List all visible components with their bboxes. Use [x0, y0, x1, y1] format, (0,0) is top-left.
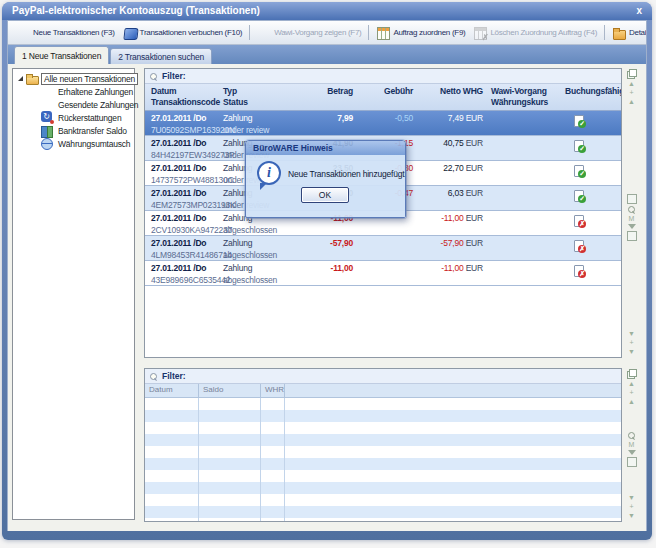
- cell-netto: 22,70 EUR: [415, 163, 483, 173]
- transaction-type: Zahlung: [223, 238, 297, 248]
- saldo-cell: [199, 482, 261, 494]
- search-icon[interactable]: [628, 432, 635, 439]
- header-line1: Netto WHG: [415, 86, 483, 97]
- match-icon[interactable]: M: [629, 215, 635, 222]
- tree-item-label: Währungsumtausch: [56, 139, 132, 149]
- cell-datum: 27.01.2011 /Do2CV10930KA9472237: [151, 213, 223, 235]
- saldo-cell: [145, 446, 199, 458]
- column-header-3: Betrag: [295, 86, 353, 97]
- expand-arrow-icon: [18, 76, 23, 81]
- saldo-cell: [145, 422, 199, 434]
- content-area: Alle neuen TransaktionenErhaltene Zahlun…: [8, 64, 646, 531]
- saldo-cell: [285, 494, 621, 506]
- saldo-cell: [199, 518, 261, 522]
- tab-1[interactable]: 1 Neue Transaktionen: [14, 46, 109, 64]
- scroll-up-icon[interactable]: ▲: [628, 398, 635, 405]
- tree-item-label: Erhaltene Zahlungen: [56, 87, 135, 97]
- close-button[interactable]: x: [636, 2, 642, 19]
- saldo-row[interactable]: [145, 446, 621, 458]
- scroll-top-icon[interactable]: ▲: [628, 80, 635, 87]
- match-icon[interactable]: M: [629, 441, 635, 448]
- saldo-row[interactable]: [145, 410, 621, 422]
- saldo-row[interactable]: [145, 458, 621, 470]
- copy-pages-icon[interactable]: [627, 369, 636, 378]
- saldo-row[interactable]: [145, 422, 621, 434]
- column-header-7: Buchungsfähig: [565, 86, 621, 97]
- transaction-row[interactable]: 27.01.2011 /Do7U05092SMP163920NZahlungun…: [145, 111, 621, 136]
- scroll-up-icon[interactable]: ▲: [628, 98, 635, 105]
- copy-pages-icon[interactable]: [627, 69, 636, 78]
- saldo-row[interactable]: [145, 434, 621, 446]
- toolbar-button-6[interactable]: Details: [608, 23, 647, 43]
- export-icon[interactable]: [627, 457, 637, 467]
- fee-value: -0,50: [395, 113, 413, 123]
- transaction-date: 27.01.2011 /Do: [151, 213, 223, 223]
- saldo-cell: [261, 398, 285, 410]
- sidebar-item-6[interactable]: Währungsumtausch: [13, 137, 134, 150]
- saldo-row[interactable]: [145, 470, 621, 482]
- cell-datum: 27.01.2011 /Do4LM98453R41486714: [151, 238, 223, 260]
- saldo-filter-bar[interactable]: Filter:: [145, 369, 621, 384]
- transactions-grid-header: DatumTransaktionscodeTypStatusBetragGebü…: [145, 84, 621, 111]
- saldo-cell: [199, 410, 261, 422]
- toolbar-button-4[interactable]: Auftrag zuordnen (F9): [372, 23, 469, 43]
- transaction-date: 27.01.2011 /Do: [151, 238, 223, 248]
- saldo-row[interactable]: [145, 482, 621, 494]
- scroll-bottom-icon[interactable]: ▼: [628, 512, 635, 519]
- currency-label: EUR: [463, 263, 483, 273]
- scroll-bottom-icon[interactable]: ▼: [628, 348, 635, 355]
- transactions-filter-bar[interactable]: Filter:: [145, 69, 621, 84]
- cell-gebuehr: -0,50: [355, 113, 413, 123]
- column-header-5: Netto WHG: [415, 86, 483, 97]
- add-icon[interactable]: +: [629, 389, 633, 396]
- cell-netto: 6,03 EUR: [415, 188, 483, 198]
- transaction-code: 84H42197EW349273P: [151, 150, 223, 160]
- column-header-2: TypStatus: [223, 86, 297, 108]
- currency-globe-icon: [41, 138, 53, 150]
- cell-typ: Zahlungabgeschlossen: [223, 263, 297, 285]
- transaction-row[interactable]: 27.01.2011 /Do43E989696C6535442Zahlungab…: [145, 261, 621, 286]
- currency-label: EUR: [463, 113, 483, 123]
- scroll-top-icon[interactable]: ▲: [628, 380, 635, 387]
- saldo-row[interactable]: [145, 506, 621, 518]
- filter-funnel-icon[interactable]: [628, 224, 636, 229]
- cell-datum: 27.01.2011 /Do7U05092SMP163920N: [151, 113, 223, 135]
- sidebar-item-3[interactable]: Gesendete Zahlungen: [13, 98, 134, 111]
- scroll-down-icon[interactable]: ▼: [628, 330, 635, 337]
- scroll-down-icon[interactable]: ▼: [628, 494, 635, 501]
- transaction-row[interactable]: 27.01.2011 /Do4LM98453R41486714Zahlungab…: [145, 236, 621, 261]
- bookable-yes-icon: [573, 140, 585, 152]
- toolbar-button-1[interactable]: Neue Transaktionen (F3): [12, 23, 119, 43]
- saldo-row[interactable]: [145, 494, 621, 506]
- search-icon[interactable]: [628, 206, 635, 213]
- currency-label: EUR: [463, 188, 483, 198]
- tab-2[interactable]: 2 Transaktionen suchen: [110, 48, 212, 64]
- export-icon[interactable]: [627, 231, 637, 241]
- ok-button[interactable]: OK: [301, 187, 349, 203]
- toolbar-button-label: Löschen Zuordnung Auftrag (F4): [490, 28, 597, 37]
- sidebar-item-1[interactable]: Alle neuen Transaktionen: [13, 72, 134, 85]
- saldo-row[interactable]: [145, 398, 621, 410]
- transaction-status: under review: [223, 125, 297, 135]
- add-icon[interactable]: +: [629, 503, 633, 510]
- saldo-cell: [199, 422, 261, 434]
- saldo-cell: [261, 494, 285, 506]
- saldo-grid: Filter: DatumSaldoWHR: [144, 368, 622, 522]
- bookable-yes-icon: [573, 190, 585, 202]
- doc-view-icon: [257, 26, 271, 40]
- saldo-column-header-4: [285, 384, 621, 397]
- saldo-cell: [145, 518, 199, 522]
- toolbar-button-label: Transaktionen verbuchen (F10): [140, 28, 243, 37]
- sidebar-item-5[interactable]: Banktransfer Saldo: [13, 124, 134, 137]
- saldo-cell: [261, 518, 285, 522]
- add-icon[interactable]: +: [629, 89, 633, 96]
- add-icon[interactable]: +: [629, 339, 633, 346]
- toolbar-button-2[interactable]: Transaktionen verbuchen (F10): [119, 23, 247, 43]
- filter-icon: [150, 373, 157, 380]
- sidebar-item-4[interactable]: Rückerstattungen: [13, 111, 134, 124]
- filter-funnel-icon[interactable]: [628, 450, 636, 455]
- columns-icon[interactable]: [627, 194, 637, 204]
- transaction-code: 4LM98453R41486714: [151, 250, 223, 260]
- saldo-row[interactable]: [145, 518, 621, 522]
- sidebar-item-2[interactable]: Erhaltene Zahlungen: [13, 85, 134, 98]
